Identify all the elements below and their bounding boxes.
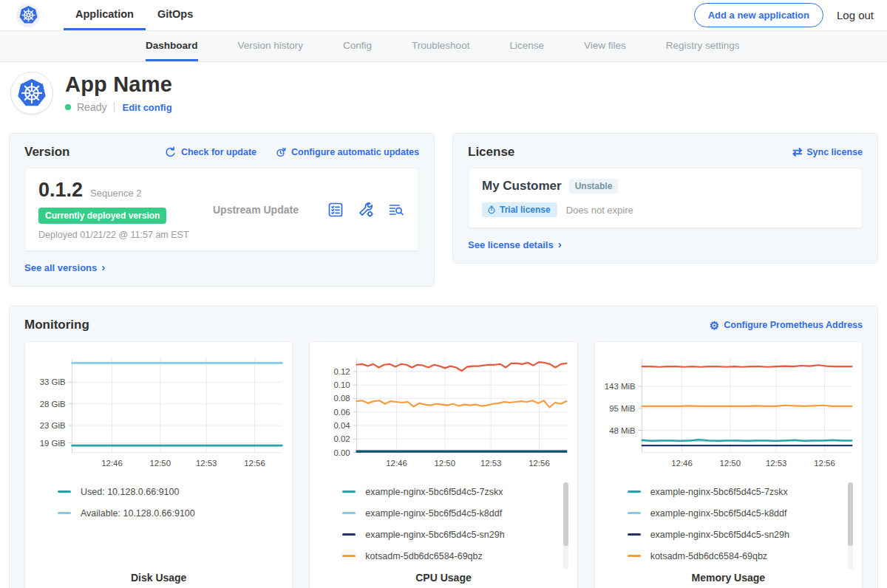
svg-text:0.08: 0.08: [334, 394, 350, 403]
legend-scrollbar-thumb[interactable]: [848, 482, 853, 546]
version-number: 0.1.2: [38, 179, 83, 202]
edit-config-wrench-icon[interactable]: [357, 201, 375, 219]
svg-text:0.06: 0.06: [334, 408, 350, 417]
topnav-tabs: Application GitOps: [64, 0, 205, 30]
legend-color-dash: [342, 490, 356, 493]
divider: [114, 102, 115, 112]
chart-title: Disk Usage: [31, 572, 286, 587]
tab-troubleshoot[interactable]: Troubleshoot: [412, 31, 469, 61]
legend-scrollbar-thumb[interactable]: [563, 482, 568, 546]
license-card-title: License: [468, 145, 514, 160]
license-type-badge: Trial license: [482, 202, 557, 217]
license-card: License ⇄ Sync license My Customer Unsta…: [452, 133, 878, 264]
legend-label: kotsadm-5db6dc6584-69qbz: [650, 551, 767, 561]
clock-update-icon: [274, 146, 287, 159]
check-for-update-link[interactable]: Check for update: [164, 146, 256, 159]
svg-text:33 GiB: 33 GiB: [40, 377, 66, 386]
legend-item[interactable]: kotsadm-5db6dc6584-69qbz: [628, 545, 837, 567]
legend-item[interactable]: example-nginx-5bc6f5d4c5-k8ddf: [342, 502, 551, 524]
legend-scrollbar[interactable]: [848, 482, 853, 570]
svg-text:143 MiB: 143 MiB: [604, 382, 635, 391]
tab-version-history[interactable]: Version history: [238, 31, 304, 61]
monitoring-title: Monitoring: [24, 318, 89, 332]
legend-label: Available: 10.128.0.66:9100: [81, 508, 195, 519]
stopwatch-icon: [487, 205, 496, 214]
legend-label: example-nginx-5bc6f5d4c5-sn29h: [650, 530, 789, 540]
disk-usage-legend: Used: 10.128.0.66:9100Available: 10.128.…: [58, 481, 286, 524]
disk-usage-card: 12:4612:5012:5312:5633 GiB28 GiB23 GiB19…: [24, 341, 293, 588]
svg-text:95 MiB: 95 MiB: [609, 404, 636, 413]
deployed-timestamp: Deployed 01/21/22 @ 11:57 am EST: [38, 230, 213, 240]
svg-text:48 MiB: 48 MiB: [609, 426, 636, 435]
svg-text:0.02: 0.02: [334, 434, 350, 443]
legend-color-dash: [58, 512, 71, 514]
svg-text:0.04: 0.04: [334, 421, 351, 430]
cpu-usage-chart[interactable]: 12:4612:5012:5312:560.120.100.080.060.04…: [316, 349, 571, 474]
kubernetes-logo-icon: [16, 4, 40, 27]
see-license-details-link[interactable]: See license details ›: [468, 239, 562, 251]
legend-item[interactable]: example-nginx-5bc6f5d4c5-sn29h: [628, 524, 837, 545]
legend-item[interactable]: kotsadm-5db6dc6584-69qbz: [342, 545, 551, 567]
logout-button[interactable]: Log out: [837, 9, 874, 21]
legend-item[interactable]: Available: 10.128.0.66:9100: [58, 502, 267, 524]
legend-item[interactable]: example-nginx-5bc6f5d4c5-7zskx: [628, 481, 837, 502]
legend-scrollbar[interactable]: [563, 482, 568, 570]
legend-item[interactable]: example-nginx-5bc6f5d4c5-k8ddf: [628, 502, 837, 524]
tab-license[interactable]: License: [509, 31, 544, 61]
tab-config[interactable]: Config: [343, 31, 372, 61]
legend-item[interactable]: example-nginx-5bc6f5d4c5-sn29h: [342, 524, 551, 545]
deployed-badge: Currently deployed version: [38, 208, 166, 224]
memory-usage-chart[interactable]: 12:4612:5012:5312:56143 MiB95 MiB48 MiB: [601, 349, 856, 474]
tab-gitops[interactable]: GitOps: [146, 0, 205, 30]
monitoring-section: Monitoring ⚙ Configure Prometheus Addres…: [9, 306, 878, 588]
legend-item[interactable]: example-nginx-5bc6f5d4c5-7zskx: [342, 481, 551, 502]
current-version-row: 0.1.2 Sequence 2 Currently deployed vers…: [24, 168, 419, 251]
svg-text:12:53: 12:53: [480, 459, 502, 468]
svg-text:12:56: 12:56: [244, 459, 265, 468]
svg-text:0.10: 0.10: [334, 380, 350, 389]
chevron-right-icon: ›: [558, 238, 562, 250]
chart-title: Memory Usage: [601, 572, 856, 587]
svg-text:12:46: 12:46: [671, 459, 693, 468]
status-badge: Ready: [77, 101, 106, 113]
sync-license-link[interactable]: ⇄ Sync license: [792, 146, 863, 158]
legend-label: example-nginx-5bc6f5d4c5-k8ddf: [365, 508, 502, 519]
tab-dashboard[interactable]: Dashboard: [146, 31, 198, 61]
memory-usage-card: 12:4612:5012:5312:56143 MiB95 MiB48 MiB …: [594, 341, 863, 588]
add-application-button[interactable]: Add a new application: [694, 3, 823, 27]
legend-label: example-nginx-5bc6f5d4c5-sn29h: [365, 530, 504, 540]
view-logs-icon[interactable]: [387, 201, 405, 219]
chart-title: CPU Usage: [316, 572, 571, 587]
svg-text:12:56: 12:56: [529, 459, 551, 468]
legend-label: example-nginx-5bc6f5d4c5-k8ddf: [650, 508, 787, 519]
tab-application[interactable]: Application: [64, 0, 146, 30]
preflight-checks-icon[interactable]: [327, 201, 344, 219]
legend-label: example-nginx-5bc6f5d4c5-7zskx: [650, 487, 788, 497]
status-dot: [65, 104, 71, 110]
svg-text:12:46: 12:46: [387, 459, 408, 468]
memory-usage-legend: example-nginx-5bc6f5d4c5-7zskxexample-ng…: [628, 481, 856, 567]
cpu-usage-legend: example-nginx-5bc6f5d4c5-7zskxexample-ng…: [342, 481, 571, 567]
disk-usage-chart[interactable]: 12:4612:5012:5312:5633 GiB28 GiB23 GiB19…: [31, 349, 286, 474]
svg-text:0.00: 0.00: [334, 448, 350, 457]
edit-config-link[interactable]: Edit config: [122, 102, 171, 113]
svg-text:23 GiB: 23 GiB: [40, 421, 66, 430]
license-details-row: My Customer Unstable Trial license Does …: [468, 168, 863, 228]
tab-registry-settings[interactable]: Registry settings: [666, 31, 740, 61]
configure-automatic-updates-link[interactable]: Configure automatic updates: [274, 146, 419, 159]
legend-item[interactable]: Used: 10.128.0.66:9100: [58, 481, 267, 502]
legend-label: kotsadm-5db6dc6584-69qbz: [365, 551, 482, 561]
version-card: Version Check for update: [9, 133, 435, 287]
tab-view-files[interactable]: View files: [584, 31, 626, 61]
svg-text:12:50: 12:50: [435, 459, 456, 468]
license-expiry: Does not expire: [566, 205, 633, 216]
svg-text:28 GiB: 28 GiB: [40, 400, 66, 408]
version-sequence: Sequence 2: [90, 188, 141, 199]
top-navigation: Application GitOps Add a new application…: [0, 0, 887, 31]
svg-text:12:50: 12:50: [719, 459, 741, 468]
svg-text:12:53: 12:53: [196, 459, 217, 468]
see-all-versions-link[interactable]: See all versions ›: [24, 261, 105, 274]
app-sub-navigation: Dashboard Version history Config Trouble…: [0, 31, 887, 62]
configure-prometheus-link[interactable]: ⚙ Configure Prometheus Address: [710, 320, 863, 331]
app-header: App Name Ready Edit config: [0, 62, 887, 126]
